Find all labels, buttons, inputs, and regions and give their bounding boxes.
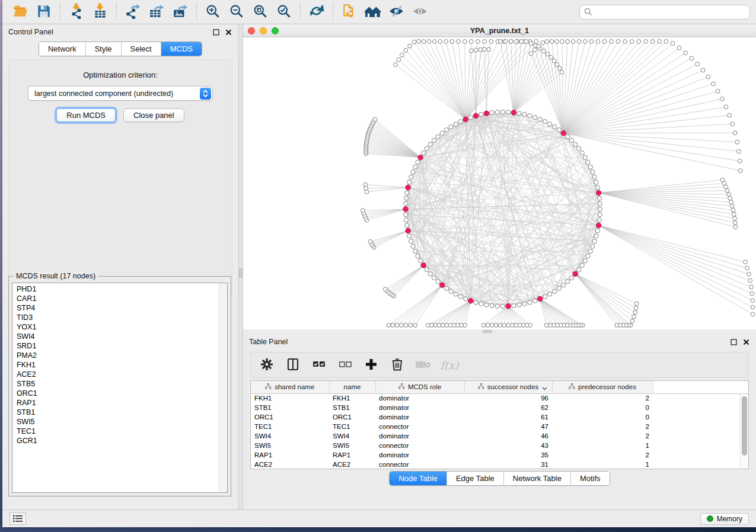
close-window-icon[interactable] [248,27,255,34]
mcds-result-item[interactable]: SRD1 [12,341,227,351]
column-header-shared-name[interactable]: shared name [251,381,329,393]
tab-network-table[interactable]: Network Table [503,472,570,485]
cell-shared-name: SWI5 [251,441,329,450]
mcds-result-item[interactable]: SWI5 [12,417,227,427]
table-toolbar: f(x) [250,352,749,378]
table-row[interactable]: RAP1RAP1dominator352 [251,450,748,460]
mcds-tab-content: Optimization criterion: largest connecte… [8,59,232,296]
close-panel-icon[interactable] [225,28,232,36]
export-network-button[interactable] [121,2,145,22]
run-mcds-button[interactable]: Run MCDS [56,108,116,122]
import-table-button[interactable] [88,2,112,22]
mcds-result-item[interactable]: TID3 [12,313,227,322]
table-row[interactable]: ORC1ORC1dominator610 [251,412,748,422]
import-network-button[interactable] [65,2,88,22]
horizontal-splitter[interactable] [243,329,756,334]
mcds-result-item[interactable]: YOX1 [12,322,227,332]
tab-motifs[interactable]: Motifs [570,472,610,485]
optimization-criterion-select[interactable]: largest connected component (undirected) [28,86,213,101]
hide-selected-button[interactable] [385,2,409,22]
mcds-result-item[interactable]: STP4 [12,303,227,313]
delete-column-button[interactable] [387,355,407,375]
mcds-result-item[interactable]: ACE2 [12,370,227,379]
table-row[interactable]: ACE2ACE2connector311 [251,460,748,469]
add-column-button[interactable] [361,355,381,375]
table-row[interactable]: FKH1FKH1dominator962 [251,393,748,403]
table-row[interactable]: TEC1TEC1connector472 [251,422,748,431]
cell-filler [653,403,748,412]
minimize-window-icon[interactable] [260,27,267,34]
mcds-result-item[interactable]: STB5 [12,379,227,389]
tab-network[interactable]: Network [39,42,85,56]
column-header-name[interactable]: name [329,381,375,393]
mcds-result-item[interactable]: ORC1 [12,389,227,398]
export-image-button[interactable] [168,2,192,22]
mcds-result-item[interactable]: RAP1 [12,398,227,408]
maximize-window-icon[interactable] [272,27,279,34]
column-visibility-button[interactable] [283,355,303,375]
table-row[interactable]: SWI5SWI5connector431 [251,441,748,450]
cell-shared-name: ORC1 [251,412,329,422]
network-canvas[interactable] [243,37,756,329]
cell-successor-nodes: 46 [464,431,552,441]
tab-mcds[interactable]: MCDS [161,42,202,56]
mcds-result-item[interactable]: CAR1 [12,294,227,303]
tab-select[interactable]: Select [121,42,161,56]
mcds-list-scrollbar[interactable] [219,283,227,492]
network-graph[interactable] [243,37,756,329]
table-scrollbar[interactable] [740,394,748,469]
zoom-selected-button[interactable] [272,2,296,22]
mcds-result-item[interactable]: PHD1 [12,284,227,294]
mcds-result-item[interactable]: PMA2 [12,351,227,360]
column-header-predecessor-nodes[interactable]: predecessor nodes [552,381,653,393]
table-settings-button[interactable] [257,355,277,375]
vertical-splitter[interactable] [238,24,243,509]
select-all-columns-button[interactable] [309,355,329,375]
zoom-out-button[interactable] [225,2,248,22]
search-input[interactable] [579,5,750,20]
float-panel-icon[interactable] [212,28,220,36]
mcds-result-item[interactable]: GCR1 [12,436,227,446]
cell-filler [653,431,748,441]
zoom-fit-button[interactable] [248,2,272,22]
toolbar-separator [333,3,333,21]
show-panels-menu-button[interactable] [9,512,26,525]
table-row[interactable]: SWI4SWI4dominator462 [251,431,748,441]
mcds-result-list[interactable]: PHD1CAR1STP4TID3YOX1SWI4SRD1PMA2FKH1ACE2… [12,283,228,493]
tab-edge-table[interactable]: Edge Table [446,472,503,485]
first-neighbors-button[interactable] [361,2,385,22]
cell-name: ACE2 [329,460,375,469]
mcds-result-item[interactable]: STB1 [12,408,227,417]
mcds-result-item[interactable]: FKH1 [12,360,227,370]
save-session-button[interactable] [32,2,56,22]
column-header-successor-nodes[interactable]: successor nodes [464,381,552,393]
memory-button[interactable]: Memory [700,513,749,525]
table-scrollbar-thumb[interactable] [742,396,747,456]
table-row[interactable]: STB1STB1dominator620 [251,403,748,412]
show-hidden-button [409,2,432,22]
function-builder-icon: f(x) [441,359,459,371]
table-panel-title: Table Panel [249,338,288,346]
open-session-button[interactable] [8,2,32,22]
vertical-splitter-grip[interactable] [239,268,243,278]
mcds-result-item[interactable]: TEC1 [12,427,227,436]
cell-shared-name: FKH1 [251,393,329,403]
zoom-in-button[interactable] [201,2,225,22]
tab-node-table[interactable]: Node Table [390,472,446,485]
tab-style[interactable]: Style [85,42,121,56]
network-titlebar: YPA_prune.txt_1 [243,24,756,37]
close-table-panel-icon[interactable] [742,338,750,346]
cell-MCDS-role: connector [375,441,464,450]
refresh-layout-button[interactable] [305,2,328,22]
deselect-all-columns-button[interactable] [335,355,355,375]
export-table-button[interactable] [145,2,168,22]
mcds-result-item[interactable]: SWI4 [12,332,227,341]
horizontal-splitter-grip[interactable] [483,330,492,333]
delete-column-icon [390,357,404,373]
cell-filler [653,450,748,460]
close-panel-button[interactable]: Close panel [123,108,184,122]
duplicate-network-button[interactable] [337,2,361,22]
table-panel-header: Table Panel [243,334,756,350]
column-header-MCDS-role[interactable]: MCDS role [375,381,464,393]
float-table-panel-icon[interactable] [730,338,738,346]
